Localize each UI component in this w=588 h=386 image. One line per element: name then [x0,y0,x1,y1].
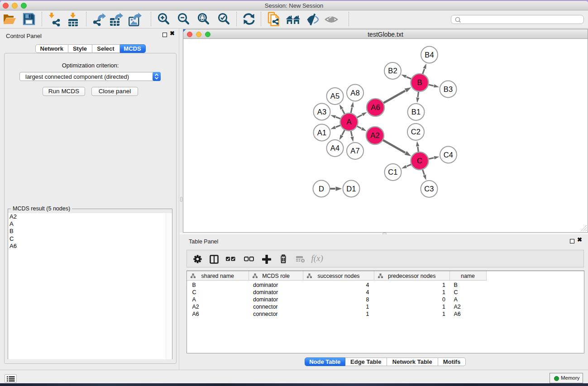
svg-text:D1: D1 [346,185,356,193]
svg-text:A: A [346,118,351,126]
svg-text:B2: B2 [388,67,397,75]
svg-text:A4: A4 [330,144,340,152]
svg-text:A5: A5 [330,92,340,100]
svg-text:A8: A8 [350,89,360,97]
svg-text:B: B [417,78,422,86]
svg-text:A1: A1 [317,129,327,137]
svg-text:C4: C4 [444,151,454,159]
svg-text:A6: A6 [371,103,380,111]
svg-text:C3: C3 [424,185,434,193]
svg-text:D: D [319,185,324,193]
svg-text:C: C [417,157,422,165]
svg-text:A3: A3 [317,108,327,116]
svg-text:C1: C1 [388,168,398,176]
svg-text:A7: A7 [350,147,360,155]
svg-text:B4: B4 [425,51,434,59]
svg-text:B3: B3 [444,85,453,93]
svg-text:A2: A2 [370,131,380,139]
svg-text:C2: C2 [411,128,421,136]
svg-text:B1: B1 [411,108,421,116]
